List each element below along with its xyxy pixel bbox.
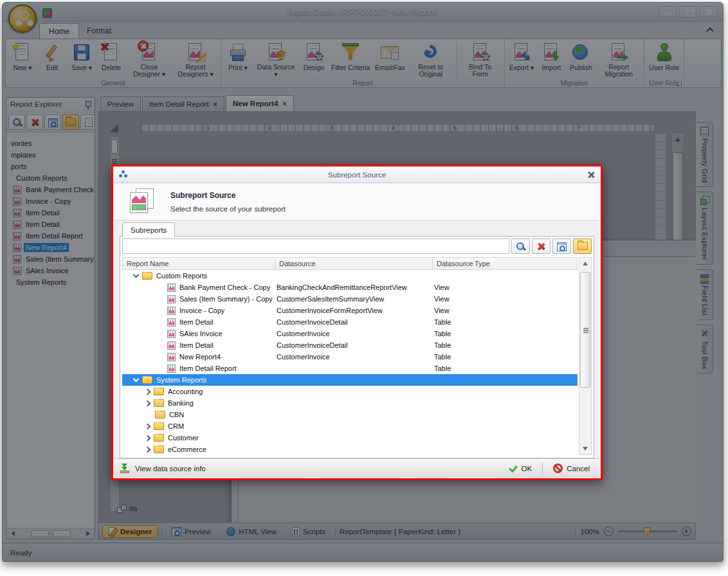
row-name-cell: System Reports: [122, 376, 206, 384]
chevron-right-icon[interactable]: [145, 388, 151, 395]
chevron-right-icon[interactable]: [145, 446, 151, 453]
chevron-right-icon[interactable]: [145, 423, 151, 429]
row-name-cell: Accounting: [122, 388, 203, 395]
grid-row-accounting[interactable]: Accounting: [122, 386, 578, 397]
preview-button[interactable]: [552, 239, 571, 254]
folder-icon: [154, 388, 164, 395]
folder-icon: [142, 376, 152, 384]
cancel-button[interactable]: Cancel: [549, 462, 594, 474]
row-datasource: CustomerInvoice: [277, 330, 330, 338]
search-icon: [516, 242, 525, 251]
column-report-name[interactable]: Report Name: [123, 258, 275, 269]
chevron-down-icon[interactable]: [133, 376, 140, 382]
grid-row-sales-item-summary-copy[interactable]: Sales (Item Summary) - CopyCustomerSales…: [122, 293, 578, 305]
chevron-down-icon[interactable]: [133, 272, 140, 278]
grid-row-item-detail[interactable]: Item DetailCustomerInvoiceDetailTable: [122, 339, 578, 351]
datasource-info-icon: [120, 464, 131, 473]
row-name-cell: Custom Reports: [122, 272, 207, 280]
row-name-cell: Bank Payment Check - Copy: [122, 284, 270, 292]
grid-row-crm[interactable]: CRM: [122, 420, 578, 432]
scroll-up-icon[interactable]: [579, 259, 591, 266]
grid-row-ecommerce[interactable]: eCommerce: [122, 444, 578, 455]
row-name: CRM: [168, 422, 184, 430]
dialog-title: Subreport Source: [113, 166, 601, 183]
grid-header: Report Name Datasource Datasource Type: [122, 257, 578, 270]
folder-icon: [154, 446, 164, 453]
grid-row-item-detail[interactable]: Item DetailCustomerInvoiceDetailTable: [122, 316, 578, 328]
row-name: New Report4: [179, 353, 221, 361]
search-input[interactable]: [122, 239, 509, 254]
row-datasource: BankingCheckAndRemittanceReportView: [277, 284, 407, 291]
grid-row-invoice-copy[interactable]: Invoice - CopyCustomerInvoiceFormReportV…: [122, 305, 578, 316]
app-window: Report Center - RPT-000007 - New Report4…: [2, 2, 723, 562]
folder-icon: [578, 242, 588, 250]
row-datasource-type: View: [434, 284, 450, 291]
grid-row-system-reports[interactable]: System Reports: [122, 374, 578, 386]
row-name: Item Detail: [179, 341, 214, 349]
column-datasource[interactable]: Datasource: [275, 258, 433, 269]
row-name-cell: eCommerce: [122, 446, 206, 453]
row-name: Bank Payment Check - Copy: [179, 284, 270, 291]
dialog-header: Subreport Source Select the source of yo…: [114, 183, 600, 221]
row-name-cell: Item Detail: [122, 341, 214, 350]
subreport-source-dialog: Subreport Source Subreport Source Select…: [111, 165, 603, 480]
row-name: CBN: [169, 411, 184, 419]
view-datasource-info-link[interactable]: View data source info: [120, 464, 206, 473]
folder-icon: [155, 411, 165, 419]
chevron-right-icon[interactable]: [145, 400, 151, 406]
report-icon: [167, 353, 176, 361]
search-row: [122, 239, 592, 255]
scrollbar-thumb[interactable]: [580, 272, 590, 388]
report-icon: [167, 341, 176, 350]
row-name: Item Detail Report: [179, 364, 237, 372]
grid-row-custom-reports[interactable]: Custom Reports: [122, 270, 578, 282]
row-name: Customer: [168, 434, 199, 442]
tab-subreports[interactable]: Subreports: [122, 222, 175, 237]
no-entry-icon: [553, 464, 563, 473]
row-name-cell: Sales (Item Summary) - Copy: [122, 295, 273, 303]
row-name-cell: CBN: [122, 411, 184, 419]
row-name: Banking: [168, 399, 194, 407]
check-icon: [508, 464, 518, 473]
row-datasource-type: View: [434, 307, 450, 314]
dialog-close-icon[interactable]: [587, 170, 596, 179]
row-datasource-type: View: [434, 295, 450, 303]
grid-row-cbn[interactable]: CBN: [122, 409, 578, 420]
row-name-cell: Invoice - Copy: [122, 307, 224, 315]
row-datasource: CustomerInvoiceFormReportView: [277, 307, 383, 314]
row-name: Item Detail: [179, 318, 214, 326]
subreport-icon: [128, 188, 158, 215]
grid-row-sales-invoice[interactable]: SAles InvoiceCustomerInvoiceTable: [122, 328, 578, 339]
subreports-panel: Report Name Datasource Datasource Type C…: [120, 236, 594, 458]
search-button[interactable]: [511, 239, 530, 254]
row-datasource-type: Table: [434, 341, 451, 349]
row-name: System Reports: [156, 376, 206, 384]
dialog-footer: View data source info OK Cancel: [114, 458, 600, 478]
chevron-right-icon[interactable]: [145, 435, 151, 441]
column-datasource-type[interactable]: Datasource Type: [433, 258, 577, 269]
grid-rows: Custom ReportsBank Payment Check - CopyB…: [122, 270, 578, 455]
dialog-header-subtitle: Select the source of your subreport: [170, 205, 286, 213]
grid-row-banking[interactable]: Banking: [122, 397, 578, 409]
row-datasource-type: Table: [434, 364, 451, 372]
report-icon: [167, 318, 176, 327]
folder-button[interactable]: [573, 239, 592, 254]
row-name: Sales (Item Summary) - Copy: [179, 295, 273, 303]
preview-icon: [557, 242, 567, 251]
folder-icon: [154, 399, 164, 407]
row-datasource: CustomerSalesItemSummaryView: [277, 295, 384, 303]
row-name: SAles Invoice: [179, 330, 223, 338]
delete-button[interactable]: [532, 239, 551, 254]
dialog-header-title: Subreport Source: [170, 191, 235, 200]
grid-row-bank-payment-check-copy[interactable]: Bank Payment Check - CopyBankingCheckAnd…: [122, 282, 578, 293]
grid-row-new-report4[interactable]: New Report4CustomerInvoiceTable: [122, 351, 578, 363]
grid-vertical-scrollbar[interactable]: [579, 257, 592, 455]
grid-row-customer[interactable]: Customer: [122, 432, 578, 444]
row-name-cell: Item Detail Report: [122, 364, 237, 373]
ok-button[interactable]: OK: [504, 463, 536, 474]
row-name: Accounting: [168, 388, 203, 395]
row-name-cell: New Report4: [122, 353, 221, 361]
scroll-down-icon[interactable]: [579, 447, 591, 453]
row-datasource: CustomerInvoice: [277, 353, 330, 361]
grid-row-item-detail-report[interactable]: Item Detail ReportTable: [122, 363, 578, 374]
